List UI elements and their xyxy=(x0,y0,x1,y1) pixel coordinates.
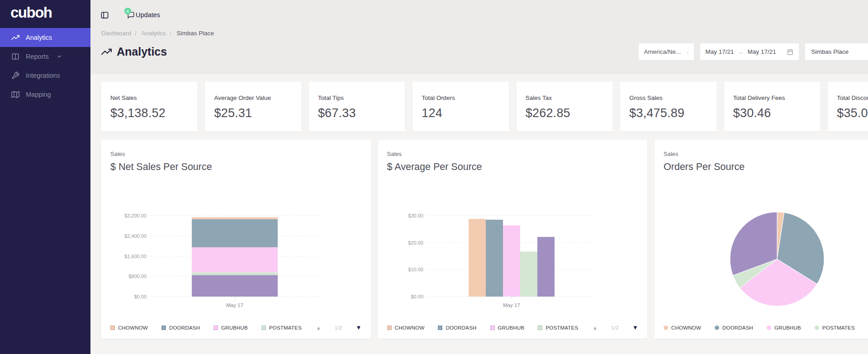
legend-page-indicator: 1/2 xyxy=(335,325,342,330)
sidebar-toggle-icon xyxy=(100,11,109,19)
legend-swatch xyxy=(767,326,771,330)
legend-item-chownow[interactable]: CHOWNOW xyxy=(664,325,701,330)
pie-chart-svg xyxy=(664,206,868,311)
main-column: 6 Updates simbasplace Dashboard/ Analyti… xyxy=(90,0,868,354)
chart-title: $ Net Sales Per Source xyxy=(110,161,362,173)
chart-card-label: Sales xyxy=(110,151,362,157)
chart-card-net-sales-per-source: Sales $ Net Sales Per Source $0.00$800.0… xyxy=(101,140,371,339)
legend-item-chownow[interactable]: CHOWNOW xyxy=(387,325,425,330)
date-range-picker[interactable]: May 17/21 → May 17/21 xyxy=(700,43,799,60)
page-header: 6 Updates simbasplace Dashboard/ Analyti… xyxy=(90,0,868,74)
app-logo: cuboh xyxy=(0,0,90,28)
columns-icon xyxy=(11,52,19,61)
sidebar-toggle-button[interactable] xyxy=(100,11,109,19)
svg-text:May 17: May 17 xyxy=(226,302,243,308)
breadcrumb-dashboard[interactable]: Dashboard xyxy=(101,30,131,37)
legend-label: DOORDASH xyxy=(722,325,753,330)
legend-label: DOORDASH xyxy=(169,325,200,330)
chart-card-orders-per-source: Sales Orders Per Source % CHOWNOWDOORDAS… xyxy=(655,140,868,339)
breadcrumb-analytics[interactable]: Analytics xyxy=(142,30,166,37)
legend-swatch xyxy=(438,326,442,330)
location-select[interactable]: Simbas Place ⌄ xyxy=(805,43,868,60)
legend-item-grubhub[interactable]: GRUBHUB xyxy=(767,325,801,330)
sidebar-item-integrations[interactable]: Integrations xyxy=(0,66,90,85)
legend-label: GRUBHUB xyxy=(498,325,525,330)
breadcrumb: Dashboard/ Analytics/ Simbas Place xyxy=(90,23,868,37)
legend-item-grubhub[interactable]: GRUBHUB xyxy=(490,325,525,330)
date-start[interactable]: May 17/21 xyxy=(706,48,734,55)
stat-label: Gross Sales xyxy=(629,94,707,101)
breadcrumb-current: Simbas Place xyxy=(176,30,214,37)
legend-swatch xyxy=(387,326,392,330)
stat-value: $3,138.52 xyxy=(110,106,188,120)
legend-item-postmates[interactable]: POSTMATES xyxy=(261,325,302,330)
sidebar-item-label: Integrations xyxy=(26,72,60,79)
calendar-icon xyxy=(787,49,793,55)
stats-row: Net Sales $3,138.52 Average Order Value … xyxy=(101,82,868,132)
title-row: Analytics America/Ne... ⌄ May 17/21 → Ma… xyxy=(90,37,868,60)
legend-next-page-button[interactable]: ▼ xyxy=(632,324,638,331)
stat-label: Total Tips xyxy=(318,94,396,101)
svg-text:$1,600.00: $1,600.00 xyxy=(124,254,147,259)
legend-item-postmates[interactable]: POSTMATES xyxy=(538,325,578,330)
legend-item-grubhub[interactable]: GRUBHUB xyxy=(213,325,248,330)
updates-button[interactable]: 6 Updates xyxy=(127,11,160,19)
legend-item-doordash[interactable]: DOORDASH xyxy=(161,325,200,330)
stacked-bar-chart: $0.00$800.00$1,600.00$2,400.00$3,200.00M… xyxy=(110,206,362,331)
stat-value: $262.85 xyxy=(526,106,603,120)
bar-chart-svg: $0.00$800.00$1,600.00$2,400.00$3,200.00M… xyxy=(110,206,339,311)
sidebar-item-reports[interactable]: Reports xyxy=(0,47,90,66)
date-end[interactable]: May 17/21 xyxy=(748,48,776,55)
legend-item-chownow[interactable]: CHOWNOW xyxy=(110,325,148,330)
content: Net Sales $3,138.52 Average Order Value … xyxy=(90,74,868,339)
chevron-down-icon: ⌄ xyxy=(686,49,689,54)
chart-card-label: Sales xyxy=(387,151,639,157)
legend-swatch xyxy=(213,326,218,330)
legend-next-page-button[interactable]: ▼ xyxy=(356,324,361,331)
updates-badge: 6 xyxy=(124,8,131,14)
bar-other xyxy=(537,237,555,297)
sidebar: cuboh Analytics Reports Integrations Map… xyxy=(0,0,90,354)
legend-swatch xyxy=(715,326,719,330)
svg-text:$20.00: $20.00 xyxy=(408,240,423,245)
stat-value: $30.46 xyxy=(733,106,811,120)
stat-card-net-sales: Net Sales $3,138.52 xyxy=(101,82,197,132)
legend-swatch xyxy=(261,326,266,330)
legend-item-doordash[interactable]: DOORDASH xyxy=(438,325,476,330)
page-title: Analytics xyxy=(101,45,167,58)
stat-card-total-discounts: Total Discounts $35.03 xyxy=(828,82,868,132)
pie-chart: CHOWNOWDOORDASHGRUBHUBPOSTMATES▲1/2▼ xyxy=(664,206,868,331)
bar-segment-other xyxy=(192,275,278,297)
sidebar-item-mapping[interactable]: Mapping xyxy=(0,85,90,104)
chart-card-average-per-source: Sales $ Average Per Source $0.00$10.00$2… xyxy=(378,140,648,339)
sidebar-nav: Analytics Reports Integrations Mapping xyxy=(0,28,90,104)
topbar: 6 Updates simbasplace xyxy=(90,0,868,23)
stat-card-total-delivery-fees: Total Delivery Fees $30.46 xyxy=(724,82,820,132)
legend-item-doordash[interactable]: DOORDASH xyxy=(715,325,753,330)
stat-card-sales-tax: Sales Tax $262.85 xyxy=(517,82,612,132)
chart-title: Orders Per Source xyxy=(664,161,868,173)
legend-prev-page-button[interactable]: ▲ xyxy=(593,325,598,330)
bar-grubhub xyxy=(503,225,520,297)
sidebar-item-analytics[interactable]: Analytics xyxy=(0,28,90,47)
stat-value: $35.03 xyxy=(837,106,868,120)
timezone-select[interactable]: America/Ne... ⌄ xyxy=(639,43,694,60)
legend-label: POSTMATES xyxy=(269,325,302,330)
updates-label: Updates xyxy=(136,11,160,19)
filters: America/Ne... ⌄ May 17/21 → May 17/21 Si… xyxy=(639,43,868,60)
stat-value: $25.31 xyxy=(214,106,292,120)
chevron-down-icon xyxy=(57,54,62,59)
bar-chart-svg: $0.00$10.00$20.00$30.00May 17 xyxy=(387,206,616,311)
chart-legend: CHOWNOWDOORDASHGRUBHUBPOSTMATES▲1/2▼ xyxy=(110,324,362,331)
legend-label: GRUBHUB xyxy=(221,325,248,330)
legend-swatch xyxy=(815,326,819,330)
legend-swatch xyxy=(664,326,668,330)
trending-up-icon xyxy=(11,33,19,42)
stat-label: Net Sales xyxy=(110,94,188,101)
bar-segment-postmates xyxy=(192,272,278,275)
svg-text:$3,200.00: $3,200.00 xyxy=(124,213,147,218)
bar-segment-chownow xyxy=(192,217,278,219)
legend-item-postmates[interactable]: POSTMATES xyxy=(815,325,855,330)
stat-card-total-orders: Total Orders 124 xyxy=(413,82,508,132)
legend-prev-page-button[interactable]: ▲ xyxy=(316,325,321,330)
